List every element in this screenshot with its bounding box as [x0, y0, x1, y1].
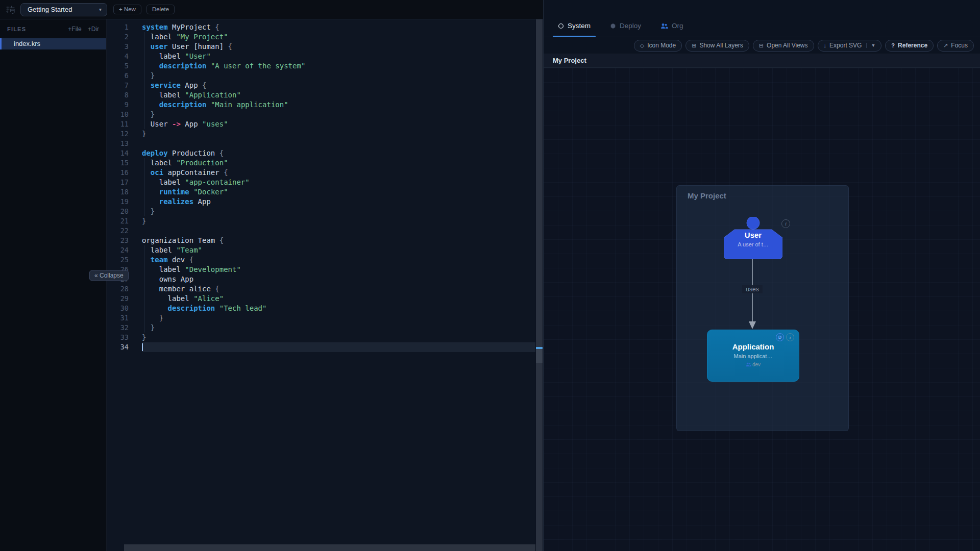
code-line-text: realizes App — [142, 197, 535, 207]
code-line[interactable]: 28 member alice { — [107, 284, 535, 294]
line-number: 15 — [107, 158, 129, 168]
add-file-button[interactable]: +File — [68, 26, 81, 33]
tab-system[interactable]: System — [556, 22, 593, 37]
code-line[interactable]: 7 service App { — [107, 81, 535, 90]
tab-label: System — [568, 22, 591, 30]
horizontal-scrollbar[interactable] — [124, 544, 535, 551]
container-title: My Project — [688, 191, 726, 200]
code-line[interactable]: 15 label "Production" — [107, 158, 535, 168]
code-line-text: user User [human] { — [142, 42, 535, 52]
node-badges: D i — [776, 333, 794, 341]
project-select[interactable]: Getting Started ▾ — [20, 3, 107, 16]
code-line-text: label "My Project" — [142, 32, 535, 42]
add-dir-button[interactable]: +Dir — [88, 26, 99, 33]
button-icon: ? — [891, 42, 895, 48]
code-line[interactable]: 5 description "A user of the system" — [107, 61, 535, 71]
code-line[interactable]: 12} — [107, 129, 535, 139]
info-icon[interactable]: i — [781, 219, 790, 228]
open-all-views-button[interactable]: ⊟Open All Views — [753, 40, 814, 52]
code-line[interactable]: 27 owns App — [107, 274, 535, 284]
file-item[interactable]: index.krs — [0, 38, 106, 49]
code-line[interactable]: 21} — [107, 216, 535, 226]
code-line[interactable]: 26 label "Development" — [107, 265, 535, 274]
code-line[interactable]: 9 description "Main application" — [107, 100, 535, 110]
code-line[interactable]: 4 label "User" — [107, 52, 535, 61]
code-line[interactable]: 34 — [107, 342, 535, 352]
code-line[interactable]: 25 team dev { — [107, 255, 535, 265]
button-label: Icon Mode — [647, 42, 676, 49]
delete-button[interactable]: Delete — [146, 5, 175, 14]
focus-button[interactable]: ↗Focus — [937, 40, 974, 52]
show-all-layers-button[interactable]: ⊞Show All Layers — [685, 40, 749, 52]
code-line-text: label "Development" — [142, 265, 535, 274]
code-line[interactable]: 18 runtime "Docker" — [107, 187, 535, 197]
code-line[interactable]: 22 — [107, 226, 535, 236]
line-number: 32 — [107, 323, 129, 333]
code-line[interactable]: 8 label "Application" — [107, 90, 535, 100]
code-line[interactable]: 24 label "Team" — [107, 245, 535, 255]
code-line[interactable]: 10 } — [107, 110, 535, 119]
code-editor[interactable]: 1system MyProject {2 label "My Project"3… — [107, 19, 535, 551]
tab-deploy[interactable]: Deploy — [608, 22, 643, 37]
code-line[interactable]: 11 User -> App "uses" — [107, 119, 535, 129]
new-button[interactable]: + New — [113, 5, 141, 14]
code-line[interactable]: 2 label "My Project" — [107, 32, 535, 42]
panel-splitter[interactable] — [536, 19, 543, 551]
code-line[interactable]: 23organization Team { — [107, 236, 535, 245]
circle-outline-icon — [558, 23, 564, 29]
diagram-canvas[interactable]: My Project uses User A user of t… i — [544, 68, 980, 551]
deployment-badge-icon[interactable]: D — [776, 333, 784, 341]
code-line[interactable]: 16 oci appContainer { — [107, 168, 535, 178]
code-line-text: } — [142, 110, 535, 119]
code-lines: 1system MyProject {2 label "My Project"3… — [107, 19, 535, 352]
tab-label: Deploy — [620, 22, 641, 30]
code-line[interactable]: 1system MyProject { — [107, 22, 535, 32]
code-line-text: } — [142, 323, 535, 333]
breadcrumb-item[interactable]: My Project — [553, 57, 586, 64]
code-line[interactable]: 32 } — [107, 323, 535, 333]
icon-mode-button[interactable]: ◇Icon Mode — [634, 40, 682, 52]
line-number: 13 — [107, 139, 129, 148]
code-line-text: label "Application" — [142, 90, 535, 100]
line-number: 5 — [107, 61, 129, 71]
dropdown-caret-icon[interactable]: ▼ — [866, 43, 875, 48]
tab-label: Org — [672, 22, 683, 30]
code-line-text: } — [142, 207, 535, 216]
view-tabs: SystemDeployOrg — [544, 0, 980, 37]
project-select-value: Getting Started — [28, 6, 99, 13]
line-number: 16 — [107, 168, 129, 178]
code-line-text — [142, 342, 535, 352]
export-svg-button[interactable]: ↓Export SVG▼ — [818, 40, 882, 52]
application-node[interactable]: D i Application Main applicat… dev — [707, 330, 799, 382]
file-sidebar: FILES +File +Dir index.krs — [0, 19, 107, 551]
code-line-text: team dev { — [142, 255, 535, 265]
line-number: 30 — [107, 304, 129, 313]
line-number: 8 — [107, 90, 129, 100]
code-line[interactable]: 19 realizes App — [107, 197, 535, 207]
code-line[interactable]: 6 } — [107, 71, 535, 81]
line-number: 34 — [107, 342, 129, 352]
code-line[interactable]: 30 description "Tech lead" — [107, 304, 535, 313]
reference-button[interactable]: ?Reference — [885, 40, 934, 52]
line-number: 20 — [107, 207, 129, 216]
people-icon — [746, 362, 751, 367]
user-node[interactable]: User A user of t… — [724, 217, 782, 259]
button-icon: ⊞ — [692, 42, 696, 49]
code-line-text: label "Alice" — [142, 294, 535, 304]
button-icon: ◇ — [640, 42, 644, 49]
collapse-sidebar-button[interactable]: « Collapse — [89, 270, 129, 281]
code-line[interactable]: 31 } — [107, 313, 535, 323]
button-label: Reference — [898, 42, 927, 49]
button-label: Show All Layers — [699, 42, 743, 49]
code-line[interactable]: 33} — [107, 333, 535, 342]
code-line[interactable]: 20 } — [107, 207, 535, 216]
code-line[interactable]: 3 user User [human] { — [107, 42, 535, 52]
code-line[interactable]: 14deploy Production { — [107, 148, 535, 158]
line-number: 17 — [107, 178, 129, 187]
info-icon[interactable]: i — [786, 333, 794, 341]
code-line[interactable]: 13 — [107, 139, 535, 148]
code-line[interactable]: 17 label "app-container" — [107, 178, 535, 187]
code-line[interactable]: 29 label "Alice" — [107, 294, 535, 304]
system-container-node[interactable]: My Project uses User A user of t… i — [676, 185, 849, 431]
tab-org[interactable]: Org — [658, 22, 685, 37]
